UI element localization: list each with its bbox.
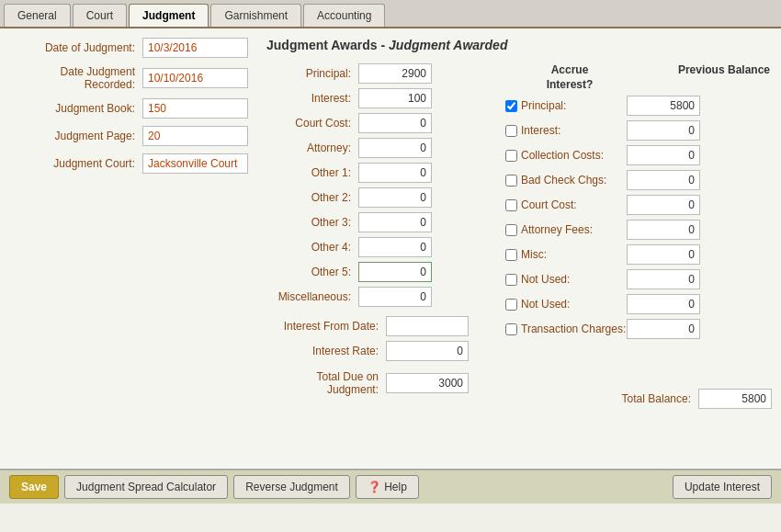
award-row-other1: Other 1: xyxy=(266,163,478,183)
accrue-row-court-cost: Court Cost: xyxy=(505,195,772,215)
interest-award-label: Interest: xyxy=(266,92,358,105)
accrue-row-bad-check: Bad Check Chgs: xyxy=(505,170,772,190)
not-used1-accrue-checkbox[interactable] xyxy=(505,274,517,286)
judgment-page-input[interactable] xyxy=(142,126,248,146)
interest-rate-row: Interest Rate: xyxy=(266,341,478,361)
judgment-book-label: Judgment Book: xyxy=(9,102,142,115)
award-row-principal: Principal: xyxy=(266,63,478,84)
transaction-accrue-checkbox[interactable] xyxy=(505,323,517,335)
other2-award-label: Other 2: xyxy=(266,191,358,204)
help-button[interactable]: ❓ Help xyxy=(356,475,419,499)
interest-from-date-row: Interest From Date: xyxy=(266,316,478,336)
judgment-book-row: Judgment Book: xyxy=(9,98,248,119)
accrue-row-not-used1: Not Used: xyxy=(505,269,772,289)
accrue-row-interest: Interest: xyxy=(505,120,772,141)
interest-from-date-input[interactable] xyxy=(386,316,469,336)
not-used1-prev-input[interactable] xyxy=(627,269,700,289)
principal-prev-input[interactable] xyxy=(627,96,700,116)
date-of-judgment-input[interactable] xyxy=(142,38,248,58)
interest-from-date-label: Interest From Date: xyxy=(266,320,386,333)
help-icon: ❓ xyxy=(368,481,381,493)
total-due-input[interactable] xyxy=(386,373,469,393)
attorney-award-label: Attorney: xyxy=(266,141,358,154)
other1-award-label: Other 1: xyxy=(266,166,358,179)
judgment-page-row: Judgment Page: xyxy=(9,126,248,146)
bad-check-prev-input[interactable] xyxy=(627,170,700,190)
transaction-prev-input[interactable] xyxy=(627,319,700,339)
total-balance-row: Total Balance: xyxy=(505,389,772,409)
other4-award-input[interactable] xyxy=(358,237,432,257)
accrue-header: AccrueInterest? xyxy=(505,63,634,92)
principal-award-input[interactable] xyxy=(358,63,432,84)
misc-prev-input[interactable] xyxy=(627,244,700,265)
misc-award-input[interactable] xyxy=(358,287,432,307)
award-row-other3: Other 3: xyxy=(266,212,478,232)
awards-and-accrue: Principal: Interest: Court Cost: Attorne… xyxy=(266,63,772,409)
award-row-attorney: Attorney: xyxy=(266,138,478,158)
interest-prev-input[interactable] xyxy=(627,120,700,141)
court-cost-award-label: Court Cost: xyxy=(266,117,358,130)
judgment-court-row: Judgment Court: xyxy=(9,153,248,174)
interest-accrue-label: Interest: xyxy=(521,124,627,137)
interest-accrue-checkbox[interactable] xyxy=(505,125,517,137)
accrue-row-transaction: Transaction Charges: xyxy=(505,319,772,339)
save-button[interactable]: Save xyxy=(9,475,59,499)
tab-garnishment[interactable]: Garnishment xyxy=(210,4,301,27)
tab-accounting[interactable]: Accounting xyxy=(303,4,385,27)
tab-bar: General Court Judgment Garnishment Accou… xyxy=(0,0,781,28)
court-cost-accrue-label: Court Cost: xyxy=(521,198,627,211)
reverse-judgment-button[interactable]: Reverse Judgment xyxy=(233,475,350,499)
attorney-award-input[interactable] xyxy=(358,138,432,158)
court-cost-award-input[interactable] xyxy=(358,113,432,133)
other5-award-label: Other 5: xyxy=(266,266,358,278)
principal-award-label: Principal: xyxy=(266,67,358,80)
attorney-fees-prev-input[interactable] xyxy=(627,220,700,240)
collection-accrue-checkbox[interactable] xyxy=(505,150,517,162)
accrue-row-attorney-fees: Attorney Fees: xyxy=(505,220,772,240)
right-panel: Judgment Awards - Judgment Awarded Princ… xyxy=(266,38,772,459)
tab-judgment[interactable]: Judgment xyxy=(129,4,209,27)
transaction-accrue-label: Transaction Charges: xyxy=(521,323,627,335)
misc-accrue-checkbox[interactable] xyxy=(505,249,517,261)
other2-award-input[interactable] xyxy=(358,187,432,208)
principal-accrue-label: Principal: xyxy=(521,99,627,112)
bad-check-accrue-checkbox[interactable] xyxy=(505,175,517,187)
total-balance-label: Total Balance: xyxy=(622,392,691,405)
court-cost-accrue-checkbox[interactable] xyxy=(505,199,517,211)
update-interest-button[interactable]: Update Interest xyxy=(673,475,772,499)
date-judgment-recorded-label: Date Judgment Recorded: xyxy=(9,65,142,91)
interest-rate-label: Interest Rate: xyxy=(266,345,386,357)
tab-court[interactable]: Court xyxy=(73,4,127,27)
court-cost-prev-input[interactable] xyxy=(627,195,700,215)
collection-prev-input[interactable] xyxy=(627,145,700,165)
collection-accrue-label: Collection Costs: xyxy=(521,149,627,162)
principal-accrue-checkbox[interactable] xyxy=(505,100,517,112)
judgment-book-input[interactable] xyxy=(142,98,248,119)
judgment-court-input[interactable] xyxy=(142,153,248,174)
awards-column: Principal: Interest: Court Cost: Attorne… xyxy=(266,63,478,409)
spread-calc-button[interactable]: Judgment Spread Calculator xyxy=(64,475,228,499)
award-row-interest: Interest: xyxy=(266,88,478,108)
date-judgment-recorded-input[interactable] xyxy=(142,68,248,88)
attorney-fees-accrue-label: Attorney Fees: xyxy=(521,223,627,236)
misc-accrue-label: Misc: xyxy=(521,248,627,261)
other3-award-input[interactable] xyxy=(358,212,432,232)
interest-award-input[interactable] xyxy=(358,88,432,108)
award-row-court-cost: Court Cost: xyxy=(266,113,478,133)
total-due-label: Total Due on Judgment: xyxy=(266,370,386,396)
prev-balance-header: Previous Balance xyxy=(634,63,772,76)
interest-rate-input[interactable] xyxy=(386,341,469,361)
other1-award-input[interactable] xyxy=(358,163,432,183)
not-used2-accrue-checkbox[interactable] xyxy=(505,299,517,311)
bad-check-accrue-label: Bad Check Chgs: xyxy=(521,174,627,187)
award-row-misc: Miscellaneous: xyxy=(266,287,478,307)
not-used2-prev-input[interactable] xyxy=(627,294,700,314)
accrue-row-not-used2: Not Used: xyxy=(505,294,772,314)
total-balance-input[interactable] xyxy=(698,389,772,409)
attorney-fees-accrue-checkbox[interactable] xyxy=(505,224,517,236)
not-used2-accrue-label: Not Used: xyxy=(521,298,627,311)
bottom-right-buttons: Update Interest xyxy=(673,475,772,499)
other5-award-input[interactable] xyxy=(358,262,432,282)
accrue-row-collection: Collection Costs: xyxy=(505,145,772,165)
tab-general[interactable]: General xyxy=(4,4,71,27)
